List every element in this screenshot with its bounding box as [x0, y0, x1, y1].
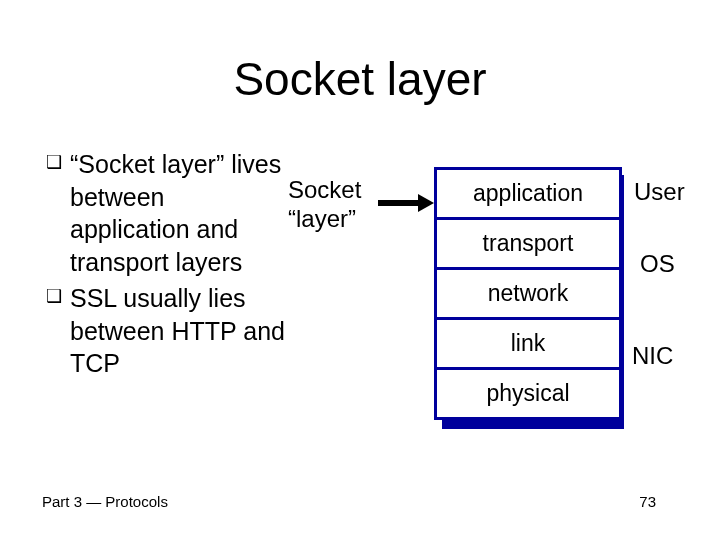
layer-physical: physical [437, 370, 619, 417]
footer-page: 73 [639, 493, 656, 510]
socket-label-line2: “layer” [288, 205, 356, 232]
right-label-user: User [634, 178, 685, 206]
socket-layer-label: Socket “layer” [288, 176, 361, 234]
layer-transport: transport [437, 220, 619, 270]
footer-section: Part 3 — Protocols [42, 493, 168, 510]
bullet-text: SSL usually lies between HTTP and TCP [70, 282, 286, 380]
network-stack: application transport network link physi… [434, 167, 616, 420]
bullet-item: ❑ “Socket layer” lives between applicati… [46, 148, 286, 278]
bullet-marker-icon: ❑ [46, 282, 70, 380]
arrow-icon [378, 194, 434, 212]
right-label-os: OS [640, 250, 675, 278]
stack-box: application transport network link physi… [434, 167, 622, 420]
slide-title: Socket layer [0, 52, 720, 106]
bullet-marker-icon: ❑ [46, 148, 70, 278]
layer-link: link [437, 320, 619, 370]
right-label-nic: NIC [632, 342, 673, 370]
bullet-text: “Socket layer” lives between application… [70, 148, 286, 278]
layer-network: network [437, 270, 619, 320]
socket-label-line1: Socket [288, 176, 361, 203]
bullet-list: ❑ “Socket layer” lives between applicati… [46, 148, 286, 384]
layer-application: application [437, 170, 619, 220]
bullet-item: ❑ SSL usually lies between HTTP and TCP [46, 282, 286, 380]
